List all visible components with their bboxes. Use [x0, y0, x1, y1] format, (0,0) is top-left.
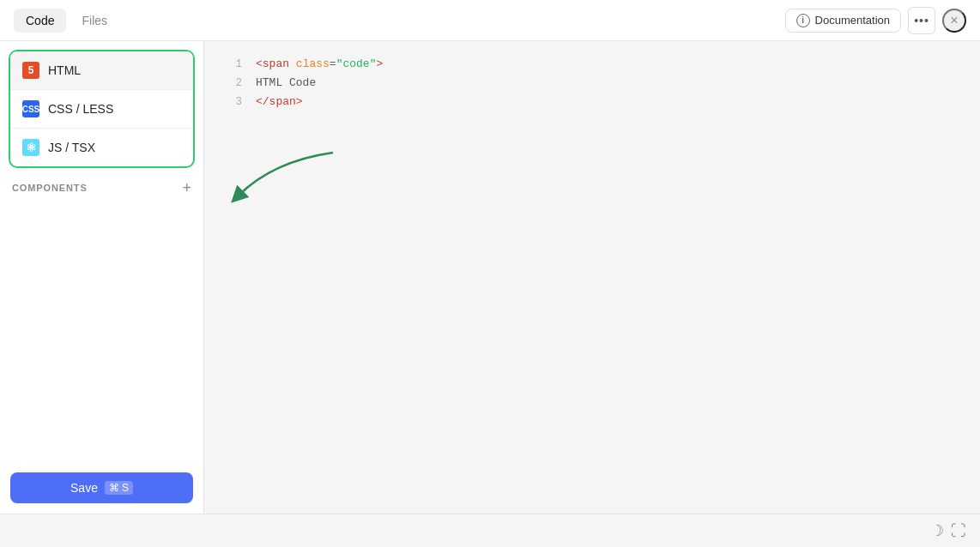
header-actions: i Documentation ••• ×: [785, 7, 966, 34]
cmd-key: ⌘: [109, 482, 119, 494]
css-icon: CSS: [22, 100, 39, 117]
tab-files[interactable]: Files: [70, 9, 119, 33]
line-num-2: 2: [218, 74, 242, 93]
css-label: CSS / LESS: [48, 102, 113, 116]
close-icon: ×: [950, 13, 958, 28]
code-line-1: 1 <span class="code">: [204, 55, 980, 74]
file-list: 5 HTML CSS CSS / LESS ⚛ JS / TSX: [9, 50, 195, 168]
js-label: JS / TSX: [48, 141, 95, 154]
editor-area: 1 <span class="code"> 2 HTML Code 3 </sp…: [204, 41, 980, 514]
more-button[interactable]: •••: [908, 7, 935, 34]
code-lines: 1 <span class="code"> 2 HTML Code 3 </sp…: [204, 55, 980, 111]
expand-icon[interactable]: ⛶: [951, 522, 966, 540]
js-icon: ⚛: [22, 139, 39, 156]
file-item-css[interactable]: CSS CSS / LESS: [10, 90, 193, 129]
sidebar-bottom: Save ⌘ S: [0, 462, 203, 514]
s-key: S: [122, 482, 129, 494]
header: Code Files i Documentation ••• ×: [0, 0, 980, 41]
moon-icon[interactable]: ☽: [930, 521, 944, 540]
line-num-3: 3: [218, 93, 242, 111]
line-num-1: 1: [218, 55, 242, 74]
main-layout: 5 HTML CSS CSS / LESS ⚛ JS / TSX COMPONE…: [0, 41, 980, 514]
bottom-bar: ☽ ⛶: [0, 514, 980, 547]
file-item-js[interactable]: ⚛ JS / TSX: [10, 129, 193, 166]
arrow-annotation: [204, 144, 342, 213]
save-shortcut: ⌘ S: [105, 481, 133, 495]
html-label: HTML: [48, 63, 81, 77]
tab-code[interactable]: Code: [14, 9, 66, 33]
save-label: Save: [70, 481, 98, 495]
add-component-button[interactable]: +: [182, 180, 191, 195]
code-line-3: 3 </span>: [204, 93, 980, 111]
documentation-button[interactable]: i Documentation: [785, 9, 901, 33]
html-icon: 5: [22, 62, 39, 79]
close-button[interactable]: ×: [942, 9, 966, 33]
code-line-2: 2 HTML Code: [204, 74, 980, 93]
info-icon: i: [796, 14, 810, 27]
save-button[interactable]: Save ⌘ S: [10, 472, 193, 503]
more-icon: •••: [914, 14, 929, 27]
file-item-html[interactable]: 5 HTML: [10, 51, 193, 90]
code-content-1: <span class="code">: [256, 55, 383, 74]
components-label: COMPONENTS: [12, 183, 88, 193]
header-tabs: Code Files: [14, 9, 119, 33]
doc-label: Documentation: [815, 14, 890, 27]
sidebar: 5 HTML CSS CSS / LESS ⚛ JS / TSX COMPONE…: [0, 41, 204, 514]
code-content-3: </span>: [256, 93, 303, 111]
code-content-2: HTML Code: [256, 74, 316, 93]
components-section: COMPONENTS +: [0, 168, 203, 202]
